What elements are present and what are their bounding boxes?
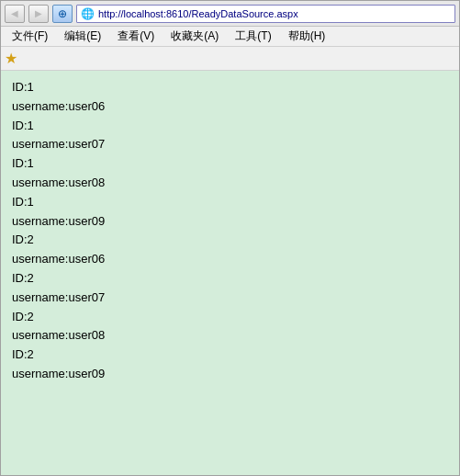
forward-button[interactable]: ▶ xyxy=(28,5,49,23)
list-item: ID:2 xyxy=(12,346,448,365)
browser-window: ◀ ▶ ⊕ 🌐 http://localhost:8610/ReadyDataS… xyxy=(0,0,460,476)
list-item: ID:1 xyxy=(12,154,448,174)
list-item: username:user08 xyxy=(12,326,448,346)
list-item: ID:2 xyxy=(12,269,448,289)
menu-bar: 文件(F) 编辑(E) 查看(V) 收藏夹(A) 工具(T) 帮助(H) xyxy=(1,27,459,47)
toolbar: ★ xyxy=(1,47,459,71)
list-item: ID:2 xyxy=(12,231,448,250)
menu-help[interactable]: 帮助(H) xyxy=(281,27,333,46)
list-item: username:user09 xyxy=(12,212,448,232)
page-content: ID:1username:user06ID:1username:user07ID… xyxy=(1,71,459,475)
list-item: username:user07 xyxy=(12,289,448,308)
list-item: ID:1 xyxy=(12,117,448,136)
page-icon: ⊕ xyxy=(52,5,73,23)
list-item: username:user07 xyxy=(12,135,448,154)
list-item: username:user09 xyxy=(12,365,448,384)
menu-tools[interactable]: 工具(T) xyxy=(228,27,278,46)
list-item: username:user06 xyxy=(12,97,448,117)
forward-icon: ▶ xyxy=(35,8,42,18)
page-symbol: ⊕ xyxy=(58,7,67,20)
list-item: username:user06 xyxy=(12,250,448,269)
back-button[interactable]: ◀ xyxy=(5,5,25,23)
menu-edit[interactable]: 编辑(E) xyxy=(57,27,108,46)
favorites-star-icon[interactable]: ★ xyxy=(5,50,17,67)
list-item: ID:2 xyxy=(12,308,448,327)
list-item: ID:1 xyxy=(12,193,448,212)
list-item: username:user08 xyxy=(12,174,448,193)
menu-view[interactable]: 查看(V) xyxy=(110,27,162,46)
address-icon: 🌐 xyxy=(81,7,95,20)
list-item: ID:1 xyxy=(12,78,448,97)
menu-file[interactable]: 文件(F) xyxy=(5,27,55,46)
back-icon: ◀ xyxy=(11,8,18,18)
menu-favorites[interactable]: 收藏夹(A) xyxy=(163,27,226,46)
address-text: http://localhost:8610/ReadyDataSource.as… xyxy=(98,8,298,19)
nav-bar: ◀ ▶ ⊕ 🌐 http://localhost:8610/ReadyDataS… xyxy=(1,1,459,27)
address-bar[interactable]: 🌐 http://localhost:8610/ReadyDataSource.… xyxy=(76,5,455,23)
